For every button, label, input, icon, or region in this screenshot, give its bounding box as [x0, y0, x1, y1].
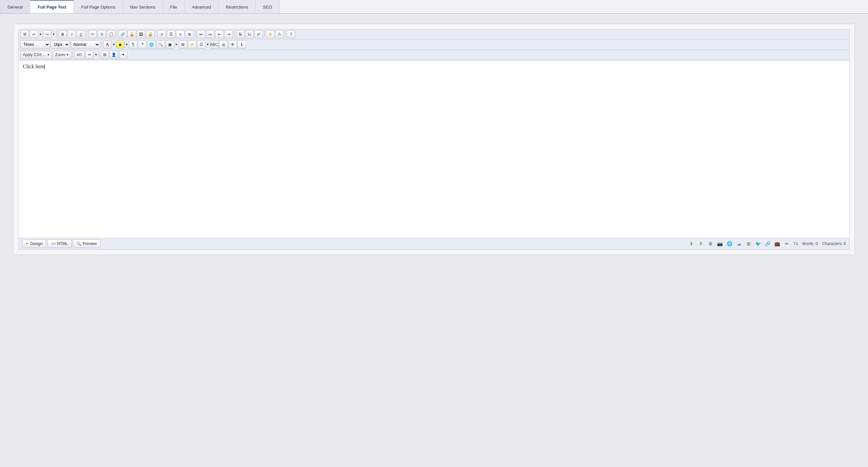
- blockquote-btn[interactable]: ❝: [138, 40, 147, 49]
- tab-seo[interactable]: SEO: [256, 0, 279, 13]
- align-right-btn[interactable]: ≡: [176, 30, 185, 38]
- box-btn[interactable]: ▣: [166, 40, 174, 49]
- html-btn[interactable]: <> HTML: [48, 239, 71, 248]
- help-btn[interactable]: ?: [287, 30, 295, 38]
- tab-advanced[interactable]: Advanced: [185, 0, 218, 13]
- word-count: Words: 0 Characters: 0: [802, 241, 846, 246]
- toolbar-area: ⚙ ↩ ▼ ↪ ▼ B I U ✂ ⎘ 📋 🔗 🔓 🖼 🔒 ≡: [19, 29, 849, 60]
- highlight-btn[interactable]: A: [266, 30, 275, 38]
- desktop-btn[interactable]: 🖥: [706, 239, 715, 248]
- outdent-btn[interactable]: ⇤: [215, 30, 224, 38]
- sep11: [99, 52, 99, 58]
- magic-btn[interactable]: ✦: [119, 51, 127, 59]
- zoom-select[interactable]: Zoom ▼: [53, 51, 71, 59]
- highlight-arrow[interactable]: ▼: [125, 43, 128, 46]
- chain-btn[interactable]: 🔗: [764, 239, 772, 248]
- omega-arrow[interactable]: ▼: [206, 43, 209, 46]
- bottom-left: ✏ Design <> HTML 🔍 Preview: [22, 239, 100, 248]
- wc-btn[interactable]: WC: [74, 51, 85, 59]
- sep6: [234, 31, 235, 38]
- tab-file[interactable]: File: [163, 0, 185, 13]
- apply-css-select[interactable]: Apply CSS ... ▼: [21, 51, 52, 59]
- info-btn[interactable]: ℹ: [238, 40, 246, 49]
- sep2: [87, 31, 87, 38]
- font-color-arrow[interactable]: ▼: [112, 43, 115, 46]
- bullet-list-btn[interactable]: ≔: [197, 30, 205, 38]
- number-list-btn[interactable]: ≔: [206, 30, 215, 38]
- superscript-btn[interactable]: x²: [254, 30, 263, 38]
- paste-btn[interactable]: 📋: [107, 30, 115, 38]
- clear-format-btn[interactable]: A: [275, 30, 284, 38]
- toolbar-row-1: ⚙ ↩ ▼ ↪ ▼ B I U ✂ ⎘ 📋 🔗 🔓 🖼 🔒 ≡: [19, 29, 849, 39]
- preview-btn[interactable]: 🔍 Preview: [73, 239, 100, 248]
- web-btn[interactable]: 🌐: [725, 239, 734, 248]
- preview2-btn[interactable]: 👁: [228, 40, 237, 49]
- up-arrow-btn[interactable]: ⬆: [696, 239, 705, 248]
- ts-btn[interactable]: TS: [792, 239, 800, 248]
- grid-btn[interactable]: ⊞: [100, 51, 109, 59]
- sep1: [57, 31, 57, 38]
- highlight-color-btn[interactable]: ◆: [116, 40, 125, 49]
- flash-btn[interactable]: ⚡: [188, 40, 196, 49]
- undo-btn[interactable]: ↩: [30, 30, 38, 38]
- font-color-btn[interactable]: A: [103, 40, 112, 49]
- find-btn[interactable]: 🔍: [157, 40, 165, 49]
- copy-btn[interactable]: ⎘: [97, 30, 106, 38]
- tab-restrictions[interactable]: Restrictions: [218, 0, 256, 13]
- editor-container: ⚙ ↩ ▼ ↪ ▼ B I U ✂ ⎘ 📋 🔗 🔓 🖼 🔒 ≡: [13, 24, 855, 255]
- cloud-btn[interactable]: ☁: [735, 239, 743, 248]
- html-icon: <>: [51, 241, 56, 246]
- print-btn[interactable]: 🖨: [219, 40, 228, 49]
- sep9: [101, 41, 102, 48]
- sep10: [72, 52, 73, 58]
- insert-link-btn[interactable]: 🌐: [147, 40, 156, 49]
- unlink-btn[interactable]: 🔓: [127, 30, 136, 38]
- tab-bar: General Full Page Text Full Page Options…: [0, 0, 868, 14]
- align-center-btn[interactable]: ☰: [167, 30, 175, 38]
- tab-full-page-text[interactable]: Full Page Text: [30, 0, 74, 13]
- down-arrow-btn[interactable]: ⬇: [687, 239, 696, 248]
- image-btn[interactable]: 🖼: [137, 30, 145, 38]
- bird-btn[interactable]: 🐦: [754, 239, 763, 248]
- align-justify-btn[interactable]: ≣: [185, 30, 194, 38]
- sep8: [285, 31, 285, 38]
- redo-btn[interactable]: ↪: [43, 30, 52, 38]
- link-btn[interactable]: 🔗: [118, 30, 127, 38]
- cut-btn[interactable]: ✂: [88, 30, 97, 38]
- paragraph-btn[interactable]: ¶: [129, 40, 137, 49]
- paragraph-style-select[interactable]: Normal: [70, 40, 100, 49]
- bold-btn[interactable]: B: [58, 30, 67, 38]
- table-btn[interactable]: ⊞: [179, 40, 187, 49]
- cursor: [44, 64, 45, 69]
- tab-full-page-options[interactable]: Full Page Options: [74, 0, 123, 13]
- italic-btn[interactable]: I: [67, 30, 76, 38]
- editor-text: Click here: [23, 64, 44, 69]
- edit2-btn[interactable]: ✏: [85, 51, 94, 59]
- indent-btn[interactable]: ⇥: [224, 30, 233, 38]
- abc-btn[interactable]: ABC: [210, 40, 218, 49]
- tab-nav-sections[interactable]: Nav Sections: [123, 0, 163, 13]
- bottom-action-icons: ⬇ ⬆ 🖥 📷 🌐 ☁ ⊞ 🐦 🔗 💼 ✏ TS: [687, 239, 800, 248]
- font-family-select[interactable]: Times: [21, 40, 50, 49]
- lock-btn[interactable]: 🔒: [146, 30, 155, 38]
- subscript-btn[interactable]: x₂: [245, 30, 254, 38]
- camera-btn[interactable]: 📷: [716, 239, 724, 248]
- align-left-btn[interactable]: ≡: [157, 30, 166, 38]
- main-content: ⚙ ↩ ▼ ↪ ▼ B I U ✂ ⎘ 📋 🔗 🔓 🖼 🔒 ≡: [0, 14, 868, 467]
- editor-content-area[interactable]: Click here: [19, 60, 849, 238]
- edit-arrow[interactable]: ▼: [95, 53, 97, 56]
- omega-btn[interactable]: Ω: [197, 40, 206, 49]
- user-btn[interactable]: 👤: [110, 51, 118, 59]
- design-btn[interactable]: ✏ Design: [22, 239, 46, 248]
- box-arrow[interactable]: ▼: [175, 43, 178, 46]
- briefcase-btn[interactable]: 💼: [773, 239, 782, 248]
- strikethrough-btn[interactable]: S: [236, 30, 245, 38]
- edit-btn[interactable]: ✏: [783, 239, 791, 248]
- font-size-select[interactable]: 16px: [51, 40, 70, 49]
- source-btn[interactable]: ⚙: [21, 30, 29, 38]
- underline-btn[interactable]: U: [77, 30, 85, 38]
- toolbar-row-2: Times 16px Normal A ▼ ◆ ▼ ¶ ❝ 🌐 🔍 ▣ ▼: [19, 39, 849, 50]
- pencil-icon: ✏: [26, 241, 29, 246]
- windows-btn[interactable]: ⊞: [744, 239, 753, 248]
- tab-general[interactable]: General: [0, 0, 30, 13]
